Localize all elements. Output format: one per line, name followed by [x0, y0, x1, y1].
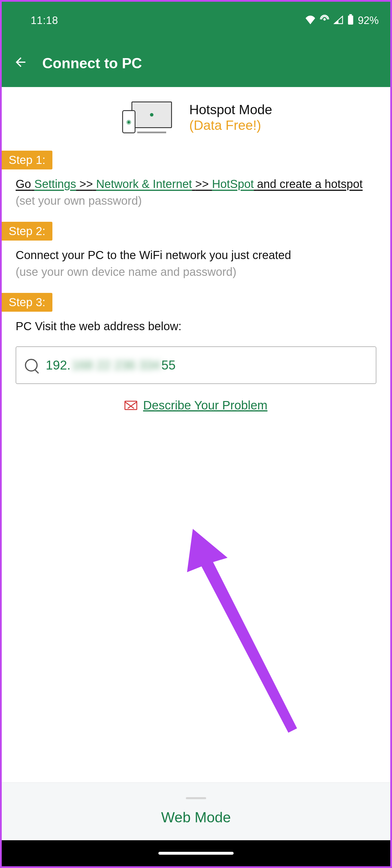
describe-problem-link[interactable]: Describe Your Problem — [143, 398, 268, 412]
address-suffix: 55 — [162, 358, 176, 372]
battery-text: 92% — [358, 14, 379, 27]
search-icon — [25, 359, 38, 372]
home-indicator-icon[interactable] — [158, 852, 234, 855]
status-icons: 92% — [305, 14, 379, 27]
navigation-bar — [2, 840, 390, 866]
step-2-label: Step 2: — [2, 222, 52, 241]
page-title: Connect to PC — [42, 55, 142, 72]
bottom-sheet[interactable]: Web Mode — [2, 782, 390, 840]
address-box[interactable]: 192. 168 22 236 334 55 — [16, 346, 376, 384]
battery-icon — [347, 14, 354, 27]
address-prefix: 192. — [46, 358, 71, 372]
hotspot-mode-subtitle: (Data Free!) — [189, 117, 272, 133]
status-time: 11:18 — [31, 14, 58, 27]
address-blurred: 168 22 236 334 — [72, 358, 160, 372]
status-bar: 11:18 92% — [2, 2, 390, 39]
step-2: Step 2: Connect your PC to the WiFi netw… — [2, 222, 390, 281]
svg-marker-3 — [187, 529, 297, 733]
hotspot-illustration-icon: ◉ — [120, 101, 172, 133]
separator: >> — [79, 178, 93, 190]
hotspot-indicator-icon — [319, 14, 330, 27]
describe-row: Describe Your Problem — [2, 398, 390, 412]
wifi-icon — [305, 14, 315, 27]
separator: >> — [195, 178, 209, 190]
ip-address: 192. 168 22 236 334 55 — [46, 358, 175, 372]
settings-link[interactable]: Settings — [34, 178, 76, 190]
hotspot-mode-title: Hotspot Mode — [189, 102, 272, 117]
svg-point-0 — [324, 18, 326, 21]
step-1: Step 1: Go Settings >> Network & Interne… — [2, 151, 390, 210]
step-3-body: PC Visit the web address below: — [2, 317, 390, 335]
back-icon[interactable] — [13, 55, 28, 72]
drag-handle-icon[interactable] — [186, 797, 206, 799]
step-2-hint: (use your own device name and password) — [2, 264, 390, 281]
web-mode-label: Web Mode — [161, 809, 231, 826]
step-1-hint: (set your own password) — [2, 192, 390, 210]
svg-rect-2 — [348, 15, 353, 25]
step-3: Step 3: PC Visit the web address below: — [2, 293, 390, 335]
signal-icon — [334, 14, 343, 27]
hotspot-link[interactable]: HotSpot — [212, 178, 254, 190]
step-2-body: Connect your PC to the WiFi network you … — [2, 246, 390, 264]
step-3-label: Step 3: — [2, 293, 52, 312]
annotation-arrow-icon — [175, 517, 326, 754]
network-internet-link[interactable]: Network & Internet — [96, 178, 192, 190]
svg-rect-1 — [349, 14, 352, 16]
step-1-go: Go — [16, 178, 31, 190]
step-1-tail: and create a hotspot — [257, 178, 363, 190]
step-1-label: Step 1: — [2, 151, 52, 169]
content: ◉ Hotspot Mode (Data Free!) Step 1: Go S… — [2, 87, 390, 782]
app-bar: Connect to PC — [2, 39, 390, 87]
hotspot-header: ◉ Hotspot Mode (Data Free!) — [2, 87, 390, 151]
envelope-icon — [124, 401, 137, 410]
